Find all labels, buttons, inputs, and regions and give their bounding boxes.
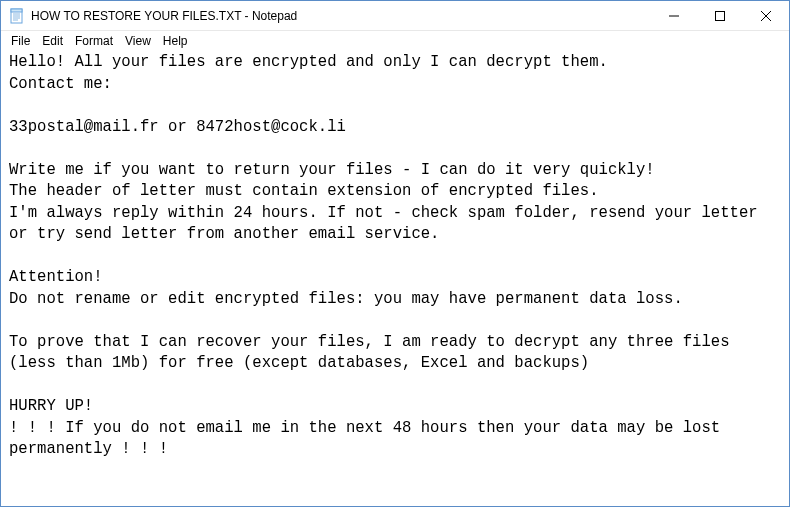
maximize-button[interactable]	[697, 1, 743, 31]
notepad-window: HOW TO RESTORE YOUR FILES.TXT - Notepad	[0, 0, 790, 507]
close-icon	[761, 11, 771, 21]
menu-edit[interactable]: Edit	[36, 33, 69, 49]
minimize-button[interactable]	[651, 1, 697, 31]
minimize-icon	[669, 11, 679, 21]
close-button[interactable]	[743, 1, 789, 31]
notepad-icon	[9, 8, 25, 24]
svg-rect-1	[11, 9, 22, 12]
menubar: File Edit Format View Help	[1, 31, 789, 51]
menu-file[interactable]: File	[5, 33, 36, 49]
menu-view[interactable]: View	[119, 33, 157, 49]
menu-format[interactable]: Format	[69, 33, 119, 49]
window-title: HOW TO RESTORE YOUR FILES.TXT - Notepad	[31, 9, 651, 23]
window-controls	[651, 1, 789, 30]
svg-rect-7	[716, 12, 725, 21]
maximize-icon	[715, 11, 725, 21]
titlebar: HOW TO RESTORE YOUR FILES.TXT - Notepad	[1, 1, 789, 31]
menu-help[interactable]: Help	[157, 33, 194, 49]
text-area[interactable]: Hello! All your files are encrypted and …	[1, 51, 789, 506]
